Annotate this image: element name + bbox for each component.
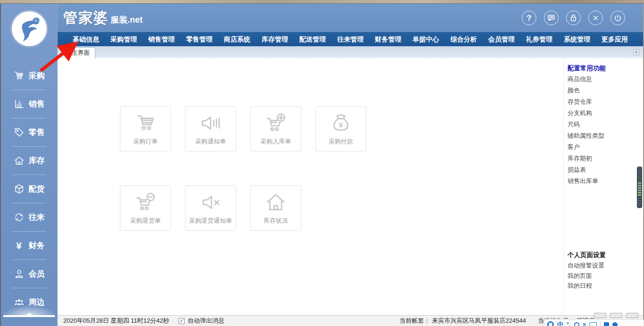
personal-page-section: 个人页面设置 自动报警设置 我的页面 我的日程	[568, 250, 606, 291]
app-logo: @	[12, 11, 47, 46]
link-aux-attribute-type[interactable]: 辅助属性类型	[568, 130, 606, 142]
auto-popup-checkbox[interactable]: ✓	[178, 318, 185, 324]
tile-label: 采购付款	[329, 137, 353, 146]
menu-item-document-center[interactable]: 单据中心	[407, 32, 445, 46]
menu-item-purchase-mgmt[interactable]: 采购管理	[105, 32, 143, 46]
window-thumb-icon[interactable]	[594, 313, 606, 318]
main-menubar: 基础信息 采购管理 销售管理 零售管理 商店系统 库存管理 配送管理 往来管理 …	[58, 32, 644, 46]
menu-item-voucher-mgmt[interactable]: 礼券管理	[520, 32, 558, 46]
power-icon[interactable]	[610, 11, 625, 25]
svg-text:¥: ¥	[339, 121, 343, 129]
bar-chart-icon	[14, 99, 25, 109]
yen-icon: ¥	[14, 240, 25, 251]
menu-item-sales-mgmt[interactable]: 销售管理	[143, 32, 180, 46]
configure-common-functions-link[interactable]: 配置常用功能	[568, 63, 606, 74]
window-thumb-icon[interactable]	[626, 313, 638, 318]
sidebar-item-finance[interactable]: ¥ 财务	[1, 231, 57, 259]
tab-main-interface[interactable]: 主界面	[66, 47, 95, 59]
tile-label: 采购退货单	[130, 217, 161, 225]
personal-page-settings-header[interactable]: 个人页面设置	[568, 250, 606, 260]
ime-skin-icon[interactable]	[604, 322, 609, 326]
menu-item-distribution-mgmt[interactable]: 配送管理	[294, 32, 331, 46]
menu-item-system-mgmt[interactable]: 系统管理	[558, 32, 596, 46]
tile-label: 采购订单	[133, 137, 158, 146]
sidebar-item-inventory[interactable]: 库存	[1, 146, 57, 175]
scrollbar-thumb[interactable]	[637, 167, 642, 208]
link-branch[interactable]: 分支机构	[568, 108, 606, 119]
sidebar-item-purchase[interactable]: 采购	[1, 61, 57, 90]
window-thumb-icon[interactable]	[610, 313, 622, 318]
sidebar-item-label: 销售	[29, 99, 45, 109]
sidebar-item-members[interactable]: 会员	[1, 259, 57, 288]
link-customer[interactable]: 客户	[568, 142, 606, 153]
ime-keyboard-icon[interactable]	[589, 322, 597, 326]
ime-fullwidth-icon[interactable]	[574, 322, 579, 326]
link-color[interactable]: 颜色	[568, 85, 606, 96]
ime-separator	[600, 322, 601, 326]
app-header: 管家婆 服装 .net ?	[58, 4, 644, 32]
close-tabs-icon[interactable]: ✕	[633, 50, 639, 55]
link-sales-stock-out[interactable]: 销售出库单	[568, 176, 606, 187]
brand-product: 服装	[110, 14, 127, 25]
tag-icon	[14, 127, 25, 138]
account-value: 来宾市兴宾区马凤平服装店224544	[432, 317, 526, 324]
tile-purchase-return[interactable]: 采购退货单	[120, 185, 171, 231]
sidebar-item-sales[interactable]: 销售	[1, 90, 57, 118]
house-icon	[263, 192, 288, 213]
money-bag-icon: ¥	[328, 112, 354, 134]
tile-label: 采购入库单	[261, 137, 291, 146]
home-icon	[14, 155, 25, 166]
ime-punctuation-icon[interactable]: °,	[567, 321, 571, 326]
sidebar-item-label: 周边	[29, 297, 45, 308]
taskbar-thumbnails	[594, 313, 638, 318]
menu-item-store-system[interactable]: 商店系统	[218, 32, 256, 46]
help-icon[interactable]: ?	[522, 11, 536, 25]
tile-label: 采购退货通知单	[189, 217, 232, 225]
account-label: 当前帐套：	[399, 317, 430, 324]
header-icon-group: ?	[522, 11, 625, 25]
link-my-schedule[interactable]: 我的日程	[568, 281, 606, 291]
megaphone-x-icon	[198, 192, 223, 213]
menu-item-more-apps[interactable]: 更多应用	[596, 32, 634, 46]
link-product-info[interactable]: 商品信息	[568, 74, 606, 85]
auto-popup-label: 自动弹出消息	[187, 317, 224, 325]
refresh-icon	[14, 212, 25, 223]
link-opening-inventory[interactable]: 库存期初	[568, 153, 606, 164]
brand-name: 管家婆	[63, 8, 109, 28]
menu-item-retail-mgmt[interactable]: 零售管理	[180, 32, 218, 46]
tile-purchase-return-notice[interactable]: 采购退货通知单	[185, 185, 236, 231]
menu-item-member-mgmt[interactable]: 会员管理	[483, 32, 520, 46]
ime-settings-icon[interactable]	[612, 322, 618, 326]
sidebar-item-label: 配货	[29, 184, 45, 194]
link-size[interactable]: 尺码	[568, 119, 606, 130]
lock-icon[interactable]	[566, 11, 581, 25]
tile-purchase-stock-in[interactable]: 采购入库单	[250, 106, 301, 151]
quick-functions-section: 配置常用功能 商品信息 颜色 存货仓库 分支机构 尺码 辅助属性类型 客户 库存…	[568, 63, 606, 187]
tile-purchase-payment[interactable]: ¥ 采购付款	[315, 106, 366, 151]
link-profit-loss[interactable]: 损益表	[568, 164, 606, 176]
tile-purchase-notice[interactable]: 采购通知单	[185, 106, 236, 151]
link-my-page[interactable]: 我的页面	[568, 271, 606, 281]
menu-item-contacts-mgmt[interactable]: 往来管理	[331, 32, 369, 46]
menu-item-analysis[interactable]: 综合分析	[445, 32, 483, 46]
menu-item-inventory-mgmt[interactable]: 库存管理	[256, 32, 294, 46]
link-stock-warehouse[interactable]: 存货仓库	[568, 96, 606, 108]
sidebar-item-label: 零售	[29, 127, 45, 138]
sidebar-item-retail[interactable]: 零售	[1, 118, 57, 146]
message-icon[interactable]	[544, 11, 559, 25]
tile-inventory-status[interactable]: 库存状况	[250, 185, 301, 231]
ime-close-icon[interactable]: ×	[583, 321, 586, 326]
tile-purchase-order[interactable]: 采购订单	[120, 106, 171, 151]
tab-strip: 主界面 ✕	[58, 46, 644, 59]
menu-item-finance-mgmt[interactable]: 财务管理	[369, 32, 407, 46]
close-icon[interactable]	[588, 11, 603, 25]
menu-item-basic-info[interactable]: 基础信息	[67, 32, 105, 46]
ime-logo-icon[interactable]	[547, 321, 554, 326]
sidebar-item-peripheral[interactable]: 周边	[1, 288, 57, 316]
sidebar-item-distribution[interactable]: 配货	[1, 175, 57, 203]
link-auto-alert-settings[interactable]: 自动报警设置	[568, 260, 606, 271]
ime-chinese-mode-icon[interactable]: 中	[557, 321, 563, 326]
sidebar-item-contacts[interactable]: 往来	[1, 203, 57, 231]
people-icon	[14, 297, 25, 308]
ime-toolbar: 中 °, ×	[544, 319, 644, 326]
